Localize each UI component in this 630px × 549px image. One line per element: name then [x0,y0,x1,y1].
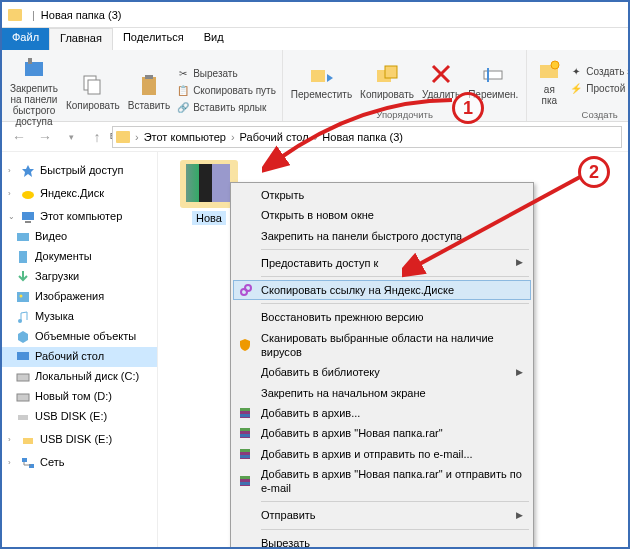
menu-item[interactable]: Открыть в новом окне [233,205,531,225]
menu-separator [261,276,529,277]
sidebar-network[interactable]: ›Сеть [2,453,157,473]
sidebar-usb-disk-2[interactable]: ›USB DISK (E:) [2,430,157,450]
path-icon: 📋 [176,84,190,98]
video-icon [16,230,30,244]
window-title: Новая папка (3) [41,9,122,21]
new-folder-button[interactable]: ая пка [531,52,567,108]
sidebar-item-doc[interactable]: Документы [2,247,157,267]
nav-pane: ›Быстрый доступ ›Яндекс.Диск ⌄Этот компь… [2,152,158,547]
folder-icon [116,131,130,143]
submenu-arrow-icon: ▶ [516,257,523,269]
paste-icon [135,71,163,99]
menu-item[interactable]: Добавить в архив "Новая папка.rar" и отп… [233,464,531,499]
svg-rect-24 [17,352,29,360]
shortcut-icon: 🔗 [176,101,190,115]
crumb-folder[interactable]: Новая папка (3) [322,131,403,143]
svg-rect-28 [23,438,33,444]
menu-item[interactable]: Предоставить доступ к▶ [233,253,531,273]
sidebar-item-video[interactable]: Видео [2,227,157,247]
delete-icon [427,60,455,88]
svg-rect-0 [25,62,43,76]
nav-recent[interactable]: ▾ [60,126,82,148]
svg-rect-1 [28,58,32,64]
svg-point-23 [18,319,22,323]
svg-rect-26 [17,394,29,401]
menu-separator [261,303,529,304]
submenu-arrow-icon: ▶ [516,510,523,522]
context-menu: ОткрытьОткрыть в новом окнеЗакрепить на … [230,182,534,549]
menu-item[interactable]: Добавить в архив "Новая папка.rar" [233,423,531,443]
sidebar-item-image[interactable]: Изображения [2,287,157,307]
svg-rect-25 [17,374,29,381]
3d-icon [16,330,30,344]
paste-shortcut-button[interactable]: 🔗Вставить ярлык [174,100,278,116]
tab-share[interactable]: Поделиться [113,28,194,50]
sidebar-item-download[interactable]: Загрузки [2,267,157,287]
menu-item[interactable]: Добавить в архив... [233,403,531,423]
sidebar-this-pc[interactable]: ⌄Этот компьютер [2,207,157,227]
crumb-pc[interactable]: Этот компьютер [144,131,226,143]
crumb-desktop[interactable]: Рабочий стол [240,131,309,143]
sidebar-item-usb[interactable]: USB DISK (E:) [2,407,157,427]
folder-icon [8,9,22,21]
ribbon-tabs: Файл Главная Поделиться Вид [2,28,628,50]
paste-button[interactable]: Вставить [124,52,174,129]
menu-item[interactable]: Закрепить на начальном экране [233,383,531,403]
sidebar-item-3d[interactable]: Объемные объекты [2,327,157,347]
menu-item[interactable]: Добавить в архив и отправить по e-mail..… [233,444,531,464]
av-icon [237,337,253,353]
menu-item[interactable]: Открыть [233,185,531,205]
new-item-button[interactable]: ✦Создать элемент [567,64,630,80]
tab-file[interactable]: Файл [2,28,49,50]
svg-rect-35 [240,414,250,417]
menu-item[interactable]: Скопировать ссылку на Яндекс.Диске [233,280,531,300]
svg-point-22 [20,295,23,298]
svg-rect-6 [311,70,325,82]
nav-back[interactable]: ← [8,126,30,148]
rename-icon [479,60,507,88]
menu-item[interactable]: Отправить▶ [233,505,531,525]
tab-home[interactable]: Главная [49,28,113,50]
sidebar-item-desktop[interactable]: Рабочий стол [2,347,157,367]
svg-marker-15 [22,165,34,177]
easy-access-button[interactable]: ⚡Простой доступ [567,81,630,97]
nav-forward[interactable]: → [34,126,56,148]
sidebar-item-disk[interactable]: Новый том (D:) [2,387,157,407]
copy-path-button[interactable]: 📋Скопировать путь [174,83,278,99]
new-item-icon: ✦ [569,65,583,79]
svg-rect-43 [240,476,250,479]
cut-button[interactable]: ✂Вырезать [174,66,278,82]
easy-access-icon: ⚡ [569,82,583,96]
breadcrumb[interactable]: › Этот компьютер › Рабочий стол › Новая … [112,126,622,148]
copy-button[interactable]: Копировать [62,52,124,129]
network-icon [21,456,35,470]
menu-item[interactable]: Сканировать выбранные области на наличие… [233,328,531,363]
sidebar-item-disk[interactable]: Локальный диск (C:) [2,367,157,387]
menu-item[interactable]: Добавить в библиотеку▶ [233,362,531,382]
svg-rect-17 [22,212,34,220]
usb-icon [16,410,30,424]
sidebar-item-music[interactable]: Музыка [2,307,157,327]
menu-item[interactable]: Восстановить прежнюю версию [233,307,531,327]
sidebar-yandex[interactable]: ›Яндекс.Диск [2,184,157,204]
pin-button[interactable]: Закрепить на панели быстрого доступа [6,52,62,129]
svg-rect-18 [25,221,31,223]
move-icon [307,60,335,88]
pc-icon [21,210,35,224]
svg-rect-29 [22,458,27,462]
menu-item[interactable]: Закрепить на панели быстрого доступа [233,226,531,246]
copy-to-button[interactable]: Копировать [356,52,418,108]
sidebar-quick-access[interactable]: ›Быстрый доступ [2,161,157,181]
move-to-button[interactable]: Переместить [287,52,356,108]
svg-rect-37 [240,428,250,431]
folder-label: Нова [192,211,226,225]
ribbon-group-organize: Переместить Копировать Удалить Переимен.… [283,50,528,121]
svg-rect-3 [88,80,100,94]
menu-item[interactable]: Вырезать [233,533,531,549]
svg-rect-21 [17,292,29,302]
svg-rect-40 [240,449,250,452]
nav-up[interactable]: ↑ [86,126,108,148]
svg-rect-4 [142,77,156,95]
copy-icon [79,71,107,99]
tab-view[interactable]: Вид [194,28,234,50]
